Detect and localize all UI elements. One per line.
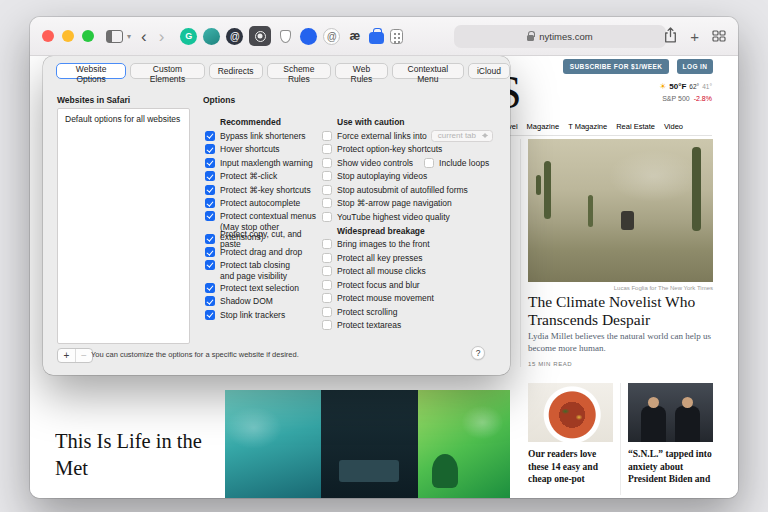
checkbox-checked[interactable] xyxy=(205,211,215,221)
snl-teaser-headline[interactable]: “S.N.L.” tapped into anxiety about Presi… xyxy=(628,448,713,496)
tab-website-options[interactable]: Website Options xyxy=(56,63,126,79)
checkbox-unchecked[interactable] xyxy=(322,266,332,276)
bag-extension-icon[interactable] xyxy=(369,32,384,44)
forward-button[interactable]: › xyxy=(157,28,167,45)
option-row: Shadow DOM xyxy=(205,295,319,309)
section-nav: vel Magazine T Magazine Real Estate Vide… xyxy=(508,122,683,131)
current-temp: 50°F xyxy=(669,82,686,91)
remove-website-button[interactable]: − xyxy=(75,349,92,362)
checkbox-checked[interactable] xyxy=(205,247,215,257)
checkbox-unchecked[interactable] xyxy=(322,239,332,249)
calculator-extension-icon[interactable] xyxy=(390,29,403,44)
weather-widget[interactable]: ☀ 50°F 62° 41° xyxy=(659,82,712,91)
tab-redirects[interactable]: Redirects xyxy=(209,63,263,79)
checkbox-unchecked[interactable] xyxy=(322,293,332,303)
websites-listbox[interactable]: Default options for all websites xyxy=(57,108,190,344)
subscribe-button[interactable]: SUBSCRIBE FOR $1/WEEK xyxy=(563,59,669,74)
checkbox-checked[interactable] xyxy=(205,185,215,195)
tab-custom-elements[interactable]: Custom Elements xyxy=(130,63,204,79)
login-button[interactable]: LOG IN xyxy=(677,59,713,74)
tab-overview-icon[interactable] xyxy=(712,28,726,46)
grammarly-extension-icon[interactable]: G xyxy=(180,28,197,45)
checkbox-checked[interactable] xyxy=(205,171,215,181)
bottom-left-headline[interactable]: This Is Life in the Met xyxy=(55,428,233,490)
nav-item[interactable]: Real Estate xyxy=(616,122,655,131)
food-article-image[interactable] xyxy=(528,383,613,442)
checkbox-unchecked[interactable] xyxy=(322,198,332,208)
close-button[interactable] xyxy=(42,30,54,42)
caution-column: Use with caution Force external links in… xyxy=(322,115,512,332)
at-circle-extension-icon[interactable]: @ xyxy=(323,28,340,45)
link-target-dropdown[interactable]: current tab xyxy=(431,130,493,142)
option-row: Input maxlength warning xyxy=(205,156,319,170)
back-button[interactable]: ‹ xyxy=(139,28,149,45)
checkbox-unchecked[interactable] xyxy=(322,307,332,317)
chevron-down-icon[interactable]: ▾ xyxy=(127,32,131,41)
checkbox-checked[interactable] xyxy=(205,158,215,168)
market-widget[interactable]: S&P 500 -2.8% xyxy=(662,95,712,102)
option-row: Stop link trackers xyxy=(205,308,319,322)
checkbox-unchecked[interactable] xyxy=(322,185,332,195)
checkbox-checked[interactable] xyxy=(205,260,215,270)
tab-icloud[interactable]: iCloud xyxy=(468,63,510,79)
zoom-button[interactable] xyxy=(82,30,94,42)
image-caption: Lucas Foglia for The New York Times xyxy=(528,285,713,291)
share-icon[interactable] xyxy=(664,27,677,47)
blue-extension-icon[interactable] xyxy=(300,28,317,45)
shield-extension-icon[interactable] xyxy=(277,28,294,45)
option-label: Stop autoplaying videos xyxy=(337,171,427,181)
nav-item[interactable]: T Magazine xyxy=(568,122,607,131)
checkbox-checked[interactable] xyxy=(205,234,215,244)
checkbox-checked[interactable] xyxy=(205,296,215,306)
option-label: Protect tab closingand page visibility xyxy=(220,260,290,281)
checkbox-unchecked[interactable] xyxy=(322,320,332,330)
checkbox-checked[interactable] xyxy=(205,310,215,320)
help-button[interactable]: ? xyxy=(471,346,485,360)
checkbox-unchecked[interactable] xyxy=(322,158,332,168)
checkbox-unchecked[interactable] xyxy=(322,144,332,154)
minimize-button[interactable] xyxy=(62,30,74,42)
lead-headline[interactable]: The Climate Novelist Who Transcends Desp… xyxy=(528,293,713,329)
add-website-button[interactable]: + xyxy=(58,349,75,362)
tab-scheme-rules[interactable]: Scheme Rules xyxy=(267,63,331,79)
address-bar[interactable]: nytimes.com xyxy=(454,25,666,48)
lead-article-image[interactable] xyxy=(528,139,713,282)
option-label: Protect text selection xyxy=(220,283,299,293)
ae-extension-icon[interactable]: æ xyxy=(346,28,363,45)
checkbox-checked[interactable] xyxy=(205,131,215,141)
checkbox-unchecked[interactable] xyxy=(322,171,332,181)
sidebar-icon[interactable] xyxy=(106,30,123,43)
checkbox-unchecked[interactable] xyxy=(322,212,332,222)
person-shape xyxy=(641,406,666,442)
checkbox-checked[interactable] xyxy=(205,283,215,293)
lead-deck: Lydia Millet believes the natural world … xyxy=(528,330,713,354)
food-teaser-headline[interactable]: Our readers love these 14 easy and cheap… xyxy=(528,448,613,496)
new-tab-icon[interactable]: + xyxy=(690,28,699,45)
checkbox-checked[interactable] xyxy=(205,198,215,208)
option-label: Protect autocomplete xyxy=(220,198,300,208)
option-label: Bring images to the front xyxy=(337,239,430,249)
at-extension-icon[interactable]: @ xyxy=(226,28,243,45)
option-label: Stop ⌘-arrow page navigation xyxy=(337,198,452,208)
tab-web-rules[interactable]: Web Rules xyxy=(335,63,388,79)
option-label: Hover shortcuts xyxy=(220,144,280,154)
option-row: Protect mouse movement xyxy=(322,292,512,306)
recommended-column: Recommended Bypass link shorteners Hover… xyxy=(205,115,319,322)
nav-item[interactable]: Magazine xyxy=(527,122,560,131)
nav-item[interactable]: Video xyxy=(664,122,683,131)
game-article-image[interactable] xyxy=(225,390,510,498)
sun-icon: ☀ xyxy=(659,82,666,91)
option-label: Protect scrolling xyxy=(337,307,397,317)
stop-the-madness-extension-icon[interactable] xyxy=(249,26,271,46)
checkbox-unchecked[interactable] xyxy=(322,131,332,141)
snl-article-image[interactable] xyxy=(628,383,713,442)
teal-extension-icon[interactable] xyxy=(203,28,220,45)
website-list-item[interactable]: Default options for all websites xyxy=(58,109,189,129)
checkbox-unchecked[interactable] xyxy=(322,253,332,263)
checkbox-unchecked[interactable] xyxy=(322,280,332,290)
checkbox-checked[interactable] xyxy=(205,144,215,154)
checkbox-unchecked[interactable] xyxy=(424,158,434,168)
extension-glyph: @ xyxy=(230,31,240,42)
option-row: Protect textareas xyxy=(322,319,512,333)
tab-contextual-menu[interactable]: Contextual Menu xyxy=(392,63,464,79)
